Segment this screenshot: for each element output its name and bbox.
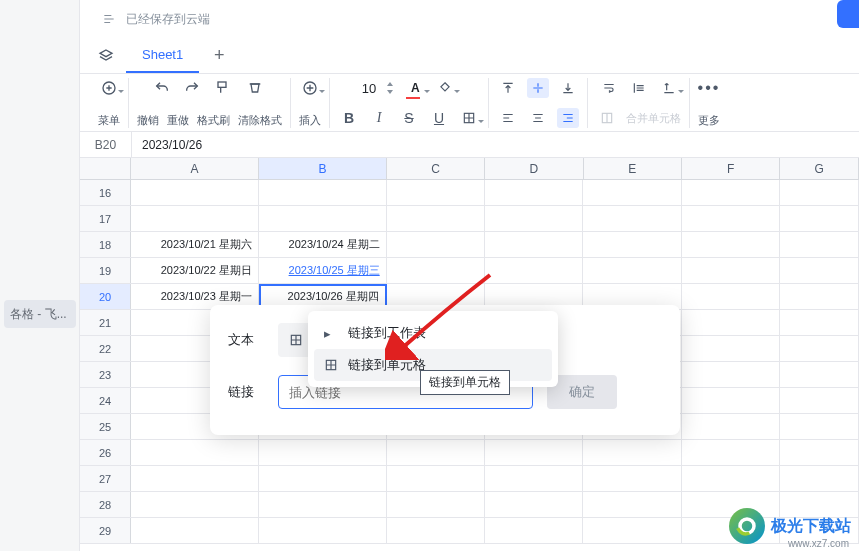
row-header[interactable]: 23 xyxy=(80,362,131,387)
cell[interactable] xyxy=(583,258,681,283)
cell[interactable] xyxy=(682,232,780,257)
cell[interactable] xyxy=(682,310,780,335)
cell[interactable] xyxy=(485,206,583,231)
underline-button[interactable]: U xyxy=(428,108,450,128)
cell[interactable] xyxy=(259,518,387,543)
strike-button[interactable]: S xyxy=(398,108,420,128)
row-header[interactable]: 21 xyxy=(80,310,131,335)
col-header-g[interactable]: G xyxy=(780,158,859,179)
font-size-stepper[interactable] xyxy=(384,78,396,98)
row-header[interactable]: 25 xyxy=(80,414,131,439)
cell[interactable] xyxy=(485,440,583,465)
redo-button[interactable] xyxy=(181,78,203,98)
row-header[interactable]: 18 xyxy=(80,232,131,257)
valign-middle-button[interactable] xyxy=(527,78,549,98)
valign-top-button[interactable] xyxy=(497,78,519,98)
cell[interactable] xyxy=(131,518,259,543)
align-center-button[interactable] xyxy=(527,108,549,128)
valign-bottom-button[interactable] xyxy=(557,78,579,98)
cell[interactable] xyxy=(387,232,485,257)
layers-icon[interactable] xyxy=(94,44,118,68)
cell[interactable] xyxy=(780,180,859,205)
cell[interactable] xyxy=(485,518,583,543)
align-right-button[interactable] xyxy=(557,108,579,128)
cell[interactable] xyxy=(780,362,859,387)
tab-sheet1[interactable]: Sheet1 xyxy=(126,39,199,73)
insert-button[interactable] xyxy=(299,78,321,98)
cell[interactable] xyxy=(583,232,681,257)
cell[interactable] xyxy=(259,440,387,465)
cell-value-display[interactable]: 2023/10/26 xyxy=(132,138,202,152)
cell[interactable] xyxy=(259,492,387,517)
col-header-c[interactable]: C xyxy=(387,158,485,179)
cell-reference[interactable]: B20 xyxy=(80,132,132,157)
col-header-f[interactable]: F xyxy=(682,158,780,179)
rotate-text-button[interactable] xyxy=(658,78,680,98)
menu-item-link-sheet[interactable]: ▸ 链接到工作表 xyxy=(314,317,552,349)
cell[interactable] xyxy=(682,206,780,231)
row-header[interactable]: 26 xyxy=(80,440,131,465)
cell[interactable] xyxy=(682,180,780,205)
cell[interactable] xyxy=(780,388,859,413)
row-header[interactable]: 20 xyxy=(80,284,131,309)
cell[interactable] xyxy=(780,336,859,361)
cell[interactable]: 2023/10/22 星期日 xyxy=(131,258,259,283)
cell[interactable] xyxy=(682,414,780,439)
cell[interactable] xyxy=(131,492,259,517)
cell[interactable] xyxy=(682,284,780,309)
cell[interactable] xyxy=(387,206,485,231)
cell[interactable] xyxy=(387,492,485,517)
add-sheet-button[interactable]: + xyxy=(207,44,231,68)
cell[interactable] xyxy=(780,310,859,335)
bold-button[interactable]: B xyxy=(338,108,360,128)
fill-color-button[interactable] xyxy=(434,78,456,98)
cell[interactable] xyxy=(780,232,859,257)
font-size-value[interactable]: 10 xyxy=(362,81,376,96)
cell[interactable]: 2023/10/25 星期三 xyxy=(259,258,387,283)
merge-icon[interactable] xyxy=(596,108,618,128)
cell[interactable]: 2023/10/24 星期二 xyxy=(259,232,387,257)
row-header[interactable]: 17 xyxy=(80,206,131,231)
cell[interactable] xyxy=(131,206,259,231)
cell[interactable] xyxy=(583,206,681,231)
cell[interactable] xyxy=(780,440,859,465)
more-button[interactable]: ••• xyxy=(698,78,720,98)
cell[interactable] xyxy=(780,414,859,439)
col-header-a[interactable]: A xyxy=(131,158,259,179)
cell[interactable] xyxy=(682,362,780,387)
row-header[interactable]: 29 xyxy=(80,518,131,543)
cell[interactable] xyxy=(259,180,387,205)
cell[interactable] xyxy=(780,206,859,231)
share-badge[interactable] xyxy=(837,0,859,28)
col-header-b[interactable]: B xyxy=(259,158,387,179)
format-painter-button[interactable] xyxy=(211,78,233,98)
cell[interactable] xyxy=(387,258,485,283)
row-header[interactable]: 24 xyxy=(80,388,131,413)
row-header[interactable]: 27 xyxy=(80,466,131,491)
italic-button[interactable]: I xyxy=(368,108,390,128)
cell[interactable] xyxy=(485,258,583,283)
border-button[interactable] xyxy=(458,108,480,128)
cell[interactable] xyxy=(387,466,485,491)
row-header[interactable]: 22 xyxy=(80,336,131,361)
cell[interactable] xyxy=(583,180,681,205)
cell[interactable] xyxy=(131,180,259,205)
row-header[interactable]: 19 xyxy=(80,258,131,283)
menu-icon[interactable] xyxy=(98,78,120,98)
cell[interactable] xyxy=(485,232,583,257)
cell[interactable] xyxy=(387,518,485,543)
cell[interactable]: 2023/10/21 星期六 xyxy=(131,232,259,257)
col-header-d[interactable]: D xyxy=(485,158,583,179)
cell[interactable] xyxy=(780,284,859,309)
cell[interactable] xyxy=(131,440,259,465)
cell[interactable] xyxy=(387,180,485,205)
sidebar-doc-item[interactable]: 各格 - 飞... xyxy=(4,300,76,328)
col-header-e[interactable]: E xyxy=(584,158,682,179)
cell[interactable] xyxy=(682,388,780,413)
wrap-button[interactable] xyxy=(598,78,620,98)
cell[interactable] xyxy=(485,466,583,491)
cell[interactable] xyxy=(387,440,485,465)
undo-button[interactable] xyxy=(151,78,173,98)
cell[interactable] xyxy=(583,440,681,465)
cell[interactable] xyxy=(682,466,780,491)
